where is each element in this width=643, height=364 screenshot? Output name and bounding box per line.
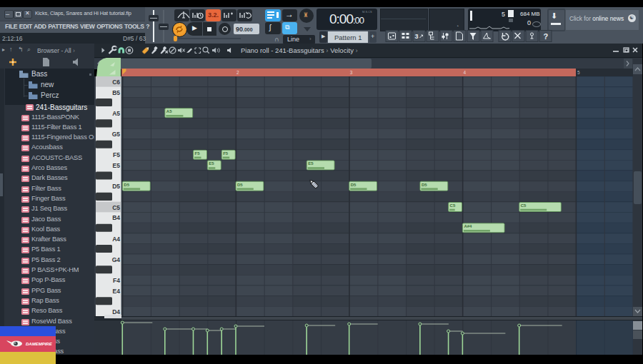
- svg-text:A4: A4: [112, 236, 120, 243]
- svg-text:F5: F5: [223, 151, 229, 156]
- svg-text:D5: D5: [124, 183, 129, 187]
- svg-text:C5: C5: [450, 203, 456, 208]
- svg-text:?: ?: [544, 32, 549, 41]
- svg-text:G4: G4: [112, 256, 121, 263]
- svg-text:B4: B4: [112, 214, 120, 221]
- svg-text:F5: F5: [195, 151, 201, 156]
- svg-text:A5: A5: [112, 110, 120, 117]
- svg-text:4: 4: [463, 70, 466, 75]
- svg-text:D5: D5: [112, 183, 120, 190]
- svg-text:C5: C5: [521, 203, 527, 208]
- svg-text:A5: A5: [166, 109, 172, 113]
- svg-text:Piano roll - 241-Bassguitars ›: Piano roll - 241-Bassguitars › Velocity …: [241, 46, 358, 54]
- svg-text:E5: E5: [308, 161, 314, 166]
- svg-text:D5: D5: [422, 183, 427, 187]
- svg-text:C5: C5: [112, 204, 120, 211]
- svg-text:A#4: A#4: [464, 224, 472, 228]
- svg-text:E5: E5: [209, 161, 214, 166]
- svg-text:3: 3: [415, 33, 419, 40]
- svg-text:D5: D5: [351, 183, 357, 187]
- svg-text:C6: C6: [112, 79, 120, 86]
- svg-text:3: 3: [350, 70, 353, 75]
- svg-text:5: 5: [577, 70, 580, 75]
- svg-text:DAMEMPIRE: DAMEMPIRE: [26, 342, 53, 346]
- svg-text:E4: E4: [113, 288, 121, 295]
- svg-text:E5: E5: [113, 162, 121, 169]
- svg-text:2: 2: [236, 70, 239, 75]
- svg-text:D5: D5: [237, 183, 243, 187]
- svg-text:G5: G5: [112, 131, 121, 138]
- svg-text:F5: F5: [113, 151, 120, 158]
- svg-text:F4: F4: [113, 277, 120, 284]
- svg-text:B5: B5: [112, 89, 120, 96]
- svg-text:D4: D4: [112, 308, 120, 315]
